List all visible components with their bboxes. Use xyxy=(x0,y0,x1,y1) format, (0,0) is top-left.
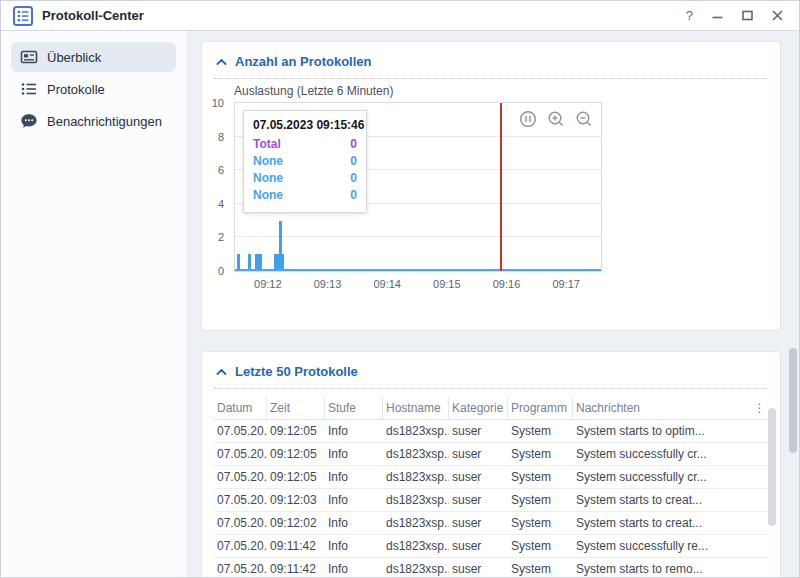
chart-bar xyxy=(248,254,251,269)
overview-icon xyxy=(20,48,38,66)
column-header-programm[interactable]: Programm xyxy=(508,397,573,419)
zoom-out-button[interactable] xyxy=(575,110,593,128)
window-title: Protokoll-Center xyxy=(42,8,144,23)
table-cell: suser xyxy=(449,489,508,511)
table-cell: 07.05.20... xyxy=(214,466,267,488)
table-cell: System xyxy=(508,535,573,557)
log-table-card: Letzte 50 Protokolle DatumZeitStufeHostn… xyxy=(201,351,781,578)
column-menu-icon[interactable]: ⋮ xyxy=(752,397,768,419)
collapse-chevron-icon xyxy=(216,58,227,66)
table-cell: 09:12:03 xyxy=(267,489,325,511)
y-tick-label: 8 xyxy=(218,131,224,143)
chart-section-header[interactable]: Anzahl an Protokollen xyxy=(214,52,768,79)
table-row[interactable]: 07.05.20...09:12:03Infods1823xsp...suser… xyxy=(214,489,768,512)
table-cell: Info xyxy=(325,443,383,465)
table-cell: 09:11:42 xyxy=(267,535,325,557)
gridline xyxy=(235,236,601,237)
collapse-chevron-icon xyxy=(216,368,227,376)
sidebar-item-label: Überblick xyxy=(47,50,101,65)
column-header-datum[interactable]: Datum xyxy=(214,397,267,419)
table-cell: ds1823xsp... xyxy=(383,466,449,488)
table-cell xyxy=(752,512,768,534)
chart-x-axis: 09:1209:1309:1409:1509:1609:17 xyxy=(235,278,603,294)
table-cell: suser xyxy=(449,443,508,465)
y-tick-label: 2 xyxy=(218,231,224,243)
table-row[interactable]: 07.05.20...09:12:05Infods1823xsp...suser… xyxy=(214,466,768,489)
table-row[interactable]: 07.05.20...09:12:05Infods1823xsp...suser… xyxy=(214,443,768,466)
table-scrollbar-thumb[interactable] xyxy=(768,408,776,526)
current-time-marker xyxy=(500,103,502,271)
table-cell: 09:12:05 xyxy=(267,466,325,488)
tooltip-series-value: 0 xyxy=(350,137,357,151)
help-button[interactable]: ? xyxy=(686,9,693,22)
table-cell: System successfully cr... xyxy=(573,443,752,465)
logs-section-title: Letzte 50 Protokolle xyxy=(235,364,358,379)
y-tick-label: 10 xyxy=(212,97,224,109)
y-tick-label: 4 xyxy=(218,198,224,210)
zoom-in-button[interactable] xyxy=(547,110,565,128)
table-cell: System successfully re... xyxy=(573,535,752,557)
table-cell: Info xyxy=(325,466,383,488)
chart-bar xyxy=(255,254,262,269)
table-cell: 07.05.20... xyxy=(214,443,267,465)
pause-button[interactable] xyxy=(519,110,537,128)
table-cell: System starts to optim... xyxy=(573,420,752,442)
table-cell: System successfully cr... xyxy=(573,466,752,488)
table-row[interactable]: 07.05.20...09:11:42Infods1823xsp...suser… xyxy=(214,535,768,558)
table-cell: ds1823xsp... xyxy=(383,420,449,442)
table-cell: 09:12:02 xyxy=(267,512,325,534)
tooltip-series-row: None0 xyxy=(253,171,357,185)
maximize-button[interactable] xyxy=(742,10,753,21)
table-cell: ds1823xsp... xyxy=(383,443,449,465)
table-row[interactable]: 07.05.20...09:12:05Infods1823xsp...suser… xyxy=(214,420,768,443)
close-button[interactable] xyxy=(772,10,783,21)
column-header-zeit[interactable]: Zeit xyxy=(267,397,325,419)
tooltip-series-label: None xyxy=(253,154,283,168)
logs-section-header[interactable]: Letzte 50 Protokolle xyxy=(214,362,768,389)
column-header-kategorie[interactable]: Kategorie xyxy=(449,397,508,419)
tooltip-series-label: None xyxy=(253,171,283,185)
y-tick-label: 0 xyxy=(218,265,224,277)
table-cell: suser xyxy=(449,420,508,442)
chart-y-axis: 0246810 xyxy=(202,102,229,272)
minimize-button[interactable] xyxy=(712,10,723,21)
table-cell: ds1823xsp... xyxy=(383,489,449,511)
table-cell xyxy=(752,466,768,488)
tooltip-series-label: Total xyxy=(253,137,281,151)
log-table: DatumZeitStufeHostnameKategorieProgrammN… xyxy=(214,397,768,578)
table-row[interactable]: 07.05.20...09:11:42Infods1823xsp...suser… xyxy=(214,558,768,578)
table-cell: System xyxy=(508,443,573,465)
table-cell: 07.05.20... xyxy=(214,420,267,442)
table-cell: ds1823xsp... xyxy=(383,558,449,578)
column-header-nachrichten[interactable]: Nachrichten xyxy=(573,397,752,419)
column-header-stufe[interactable]: Stufe xyxy=(325,397,383,419)
protokoll-center-window: Protokoll-Center ? ÜberblickProtokolleBe… xyxy=(0,0,800,578)
titlebar: Protokoll-Center ? xyxy=(1,1,799,31)
table-cell xyxy=(752,443,768,465)
table-cell: ds1823xsp... xyxy=(383,512,449,534)
chart-bar xyxy=(279,221,282,269)
table-cell: Info xyxy=(325,489,383,511)
x-tick-label: 09:13 xyxy=(307,278,347,290)
sidebar-item-notifications[interactable]: Benachrichtigungen xyxy=(11,106,176,136)
table-cell: 07.05.20... xyxy=(214,558,267,578)
table-cell: suser xyxy=(449,466,508,488)
table-cell xyxy=(752,420,768,442)
table-cell: 09:11:42 xyxy=(267,558,325,578)
log-table-body: 07.05.20...09:12:05Infods1823xsp...suser… xyxy=(214,420,768,578)
table-cell: 07.05.20... xyxy=(214,535,267,557)
table-cell: Info xyxy=(325,420,383,442)
tooltip-series-value: 0 xyxy=(350,171,357,185)
sidebar-item-overview[interactable]: Überblick xyxy=(11,42,176,72)
main-content: Anzahl an Protokollen Auslastung (Letzte… xyxy=(186,31,800,578)
table-row[interactable]: 07.05.20...09:12:02Infods1823xsp...suser… xyxy=(214,512,768,535)
main-scrollbar-thumb[interactable] xyxy=(789,348,797,453)
table-cell xyxy=(752,489,768,511)
table-cell: System xyxy=(508,466,573,488)
column-header-hostname[interactable]: Hostname xyxy=(383,397,449,419)
chart-section-title: Anzahl an Protokollen xyxy=(235,54,372,69)
sidebar-item-logs[interactable]: Protokolle xyxy=(11,74,176,104)
notifications-icon xyxy=(20,112,38,130)
chart-tooltip: 07.05.2023 09:15:46 Total0None0None0None… xyxy=(243,110,367,213)
x-tick-label: 09:16 xyxy=(487,278,527,290)
